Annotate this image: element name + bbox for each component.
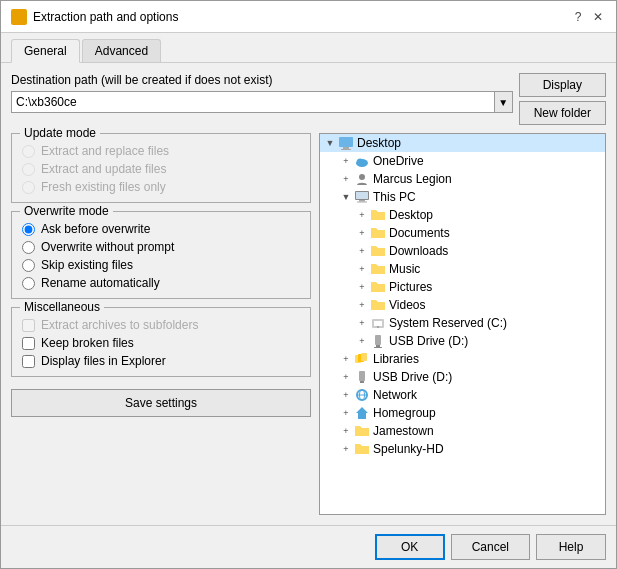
destination-input[interactable]	[11, 91, 495, 113]
ok-button[interactable]: OK	[375, 534, 445, 560]
tree-item-network[interactable]: + Network	[336, 386, 605, 404]
expander-desktop[interactable]: ▼	[322, 135, 338, 151]
svg-rect-0	[339, 137, 353, 147]
radio-rename-auto: Rename automatically	[22, 276, 300, 290]
expander-usb-pc[interactable]: +	[354, 333, 370, 349]
tree-item-documents[interactable]: + Documents	[352, 224, 605, 242]
icon-pc-desktop	[370, 207, 386, 223]
right-buttons: Display New folder	[519, 73, 606, 125]
tree-item-sysc[interactable]: + System Reserved (C:)	[352, 314, 605, 332]
tree-item-usb-pc[interactable]: + USB Drive (D:)	[352, 332, 605, 350]
extract-subfolders-label: Extract archives to subfolders	[41, 318, 198, 332]
tab-general[interactable]: General	[11, 39, 80, 63]
expander-jamestown[interactable]: +	[338, 423, 354, 439]
icon-marcus	[354, 171, 370, 187]
overwrite-no-prompt-label: Overwrite without prompt	[41, 240, 174, 254]
tree-item-jamestown[interactable]: + Jamestown	[336, 422, 605, 440]
extract-replace-label: Extract and replace files	[41, 144, 169, 158]
overwrite-mode-label: Overwrite mode	[20, 204, 113, 218]
expander-network[interactable]: +	[338, 387, 354, 403]
check-keep-broken: Keep broken files	[22, 336, 300, 350]
svg-rect-1	[343, 147, 349, 149]
tree-text: Downloads	[389, 244, 448, 258]
dialog: Extraction path and options ? ✕ General …	[0, 0, 617, 569]
radio-fresh-existing: Fresh existing files only	[22, 180, 300, 194]
expander-usb-top[interactable]: +	[338, 369, 354, 385]
svg-rect-18	[361, 353, 367, 361]
help-button[interactable]: Help	[536, 534, 606, 560]
tree-item-downloads[interactable]: + Downloads	[352, 242, 605, 260]
tree-item-music[interactable]: + Music	[352, 260, 605, 278]
dialog-title: Extraction path and options	[33, 10, 570, 24]
expander-libraries[interactable]: +	[338, 351, 354, 367]
tree-item-libraries[interactable]: + Libraries	[336, 350, 605, 368]
icon-pictures	[370, 279, 386, 295]
icon-documents	[370, 225, 386, 241]
tree-text: Desktop	[357, 136, 401, 150]
expander-onedrive[interactable]: +	[338, 153, 354, 169]
svg-rect-11	[374, 321, 382, 326]
tree-item-pc-desktop[interactable]: + Desktop	[352, 206, 605, 224]
expander-pictures[interactable]: +	[354, 279, 370, 295]
icon-sysc	[370, 315, 386, 331]
tree-item-usb-top[interactable]: + USB Drive (D:)	[336, 368, 605, 386]
tree-item-spelunky[interactable]: + Spelunky-HD	[336, 440, 605, 458]
tree-text: Documents	[389, 226, 450, 240]
svg-point-5	[359, 174, 365, 180]
expander-downloads[interactable]: +	[354, 243, 370, 259]
expander-videos[interactable]: +	[354, 297, 370, 313]
svg-rect-8	[359, 200, 365, 202]
icon-spelunky	[354, 441, 370, 457]
expander-pc-desktop[interactable]: +	[354, 207, 370, 223]
tab-bar: General Advanced	[1, 33, 616, 63]
tree-item-videos[interactable]: + Videos	[352, 296, 605, 314]
display-button[interactable]: Display	[519, 73, 606, 97]
tree-item-homegroup[interactable]: + Homegroup	[336, 404, 605, 422]
expander-sysc[interactable]: +	[354, 315, 370, 331]
destination-dropdown-btn[interactable]: ▼	[495, 91, 513, 113]
tree-item-onedrive[interactable]: + OneDrive	[336, 152, 605, 170]
icon-thispc	[354, 189, 370, 205]
save-settings-button[interactable]: Save settings	[11, 389, 311, 417]
expander-documents[interactable]: +	[354, 225, 370, 241]
expander-thispc[interactable]: ▼	[338, 189, 354, 205]
expander-music[interactable]: +	[354, 261, 370, 277]
help-titlebar-btn[interactable]: ?	[570, 9, 586, 25]
close-titlebar-btn[interactable]: ✕	[590, 9, 606, 25]
tree-item-pictures[interactable]: + Pictures	[352, 278, 605, 296]
bottom-bar: OK Cancel Help	[1, 525, 616, 568]
check-display-explorer: Display files in Explorer	[22, 354, 300, 368]
svg-rect-20	[360, 381, 364, 383]
destination-row: Destination path (will be created if doe…	[11, 73, 606, 125]
icon-jamestown	[354, 423, 370, 439]
tab-advanced[interactable]: Advanced	[82, 39, 161, 62]
miscellaneous-label: Miscellaneous	[20, 300, 104, 314]
icon-usb-pc	[370, 333, 386, 349]
update-mode-label: Update mode	[20, 126, 100, 140]
destination-group: Destination path (will be created if doe…	[11, 73, 513, 113]
expander-homegroup[interactable]: +	[338, 405, 354, 421]
update-mode-group: Update mode Extract and replace files Ex…	[11, 133, 311, 203]
expander-spelunky[interactable]: +	[338, 441, 354, 457]
icon-homegroup	[354, 405, 370, 421]
tree-item-desktop[interactable]: ▼ Desktop	[320, 134, 605, 152]
tree-text: Music	[389, 262, 420, 276]
new-folder-button[interactable]: New folder	[519, 101, 606, 125]
svg-rect-15	[374, 347, 382, 348]
tree-item-marcus[interactable]: + Marcus Legion	[336, 170, 605, 188]
file-tree-scroll[interactable]: ▼ Desktop +	[320, 134, 605, 514]
tree-text: USB Drive (D:)	[389, 334, 468, 348]
destination-input-row: ▼	[11, 91, 513, 113]
app-icon	[11, 9, 27, 25]
rename-auto-label: Rename automatically	[41, 276, 160, 290]
svg-rect-19	[359, 371, 365, 381]
tree-text: Videos	[389, 298, 425, 312]
radio-extract-replace: Extract and replace files	[22, 144, 300, 158]
cancel-button[interactable]: Cancel	[451, 534, 530, 560]
expander-marcus[interactable]: +	[338, 171, 354, 187]
tree-text: This PC	[373, 190, 416, 204]
skip-existing-label: Skip existing files	[41, 258, 133, 272]
tree-item-thispc[interactable]: ▼ This PC	[336, 188, 605, 206]
file-tree-panel: ▼ Desktop +	[319, 133, 606, 515]
tree-text: Pictures	[389, 280, 432, 294]
